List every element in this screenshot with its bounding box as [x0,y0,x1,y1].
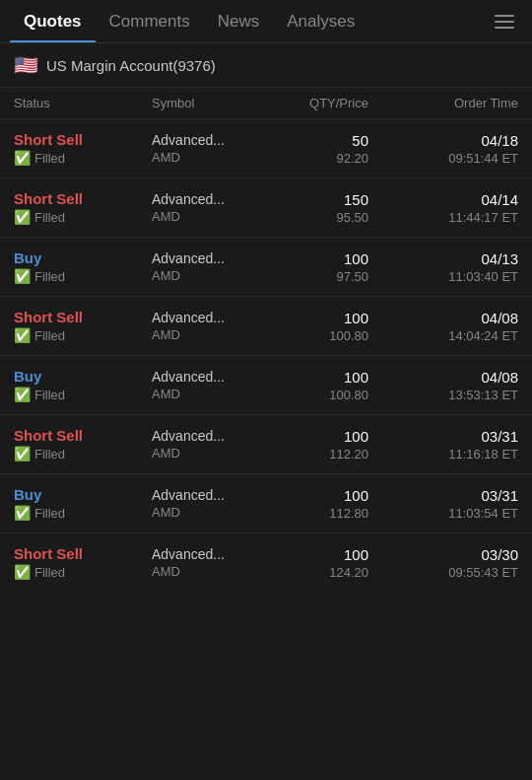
symbol-name: Advanced... [152,369,270,385]
table-row[interactable]: Short Sell ✅ Filled Advanced... AMD 150 … [0,178,532,238]
table-row[interactable]: Buy ✅ Filled Advanced... AMD 100 97.50 0… [0,238,532,297]
hamburger-line-2 [495,21,514,23]
status-filled: ✅ Filled [14,446,152,461]
time-cell: 03/31 11:16:18 ET [368,428,518,461]
symbol-ticker: AMD [152,209,270,224]
qty-value: 100 [344,310,368,326]
date-value: 04/18 [481,132,518,149]
filled-label: Filled [34,388,65,402]
account-name: US Margin Account(9376) [46,57,216,74]
status-filled: ✅ Filled [14,387,152,402]
time-value: 14:04:24 ET [448,328,518,343]
qty-cell: 100 112.20 [270,428,368,461]
table-row[interactable]: Short Sell ✅ Filled Advanced... AMD 100 … [0,297,532,356]
qty-cell: 100 97.50 [270,250,368,284]
header-qty-price: QTY/Price [270,96,368,110]
check-icon: ✅ [14,209,31,225]
price-value: 112.20 [329,447,368,461]
price-value: 124.20 [329,565,368,580]
status-type: Short Sell [14,131,152,148]
qty-value: 100 [344,546,368,563]
symbol-name: Advanced... [152,132,270,148]
header-order-time: Order Time [368,96,518,110]
status-filled: ✅ Filled [14,150,152,166]
symbol-cell: Advanced... AMD [152,250,270,283]
status-type: Short Sell [14,545,152,562]
qty-value: 100 [344,487,368,504]
flag-icon: 🇺🇸 [14,53,38,77]
price-value: 95.50 [336,210,368,225]
status-type: Short Sell [14,427,152,444]
status-cell: Short Sell ✅ Filled [14,309,152,343]
hamburger-menu[interactable] [487,7,522,36]
symbol-ticker: AMD [152,327,270,342]
symbol-cell: Advanced... AMD [152,191,270,224]
symbol-ticker: AMD [152,268,270,283]
date-value: 03/31 [481,487,518,504]
symbol-name: Advanced... [152,310,270,325]
tab-analyses[interactable]: Analyses [273,2,368,41]
date-value: 04/08 [481,310,518,326]
qty-cell: 50 92.20 [270,132,368,166]
symbol-name: Advanced... [152,487,270,503]
table-row[interactable]: Buy ✅ Filled Advanced... AMD 100 112.80 … [0,474,532,533]
qty-value: 150 [344,191,368,208]
time-value: 11:03:54 ET [448,506,518,521]
check-icon: ✅ [14,505,31,521]
tab-news[interactable]: News [204,2,274,41]
symbol-ticker: AMD [152,150,270,165]
table-row[interactable]: Short Sell ✅ Filled Advanced... AMD 100 … [0,533,532,592]
symbol-name: Advanced... [152,191,270,207]
symbol-cell: Advanced... AMD [152,487,270,520]
symbol-cell: Advanced... AMD [152,428,270,461]
hamburger-line-3 [495,27,514,29]
check-icon: ✅ [14,387,31,402]
table-row[interactable]: Short Sell ✅ Filled Advanced... AMD 50 9… [0,119,532,178]
date-value: 04/08 [481,369,518,386]
symbol-name: Advanced... [152,428,270,444]
header-status: Status [14,96,152,110]
tab-quotes[interactable]: Quotes [10,2,96,41]
status-filled: ✅ Filled [14,268,152,284]
qty-value: 100 [344,250,368,267]
order-table: Short Sell ✅ Filled Advanced... AMD 50 9… [0,119,532,592]
status-type: Short Sell [14,190,152,207]
symbol-cell: Advanced... AMD [152,310,270,342]
date-value: 04/14 [481,191,518,208]
filled-label: Filled [34,328,65,343]
status-filled: ✅ Filled [14,209,152,225]
symbol-ticker: AMD [152,446,270,461]
time-value: 13:53:13 ET [448,388,518,402]
table-header: Status Symbol QTY/Price Order Time [0,88,532,119]
status-type: Short Sell [14,309,152,325]
symbol-ticker: AMD [152,505,270,520]
time-cell: 04/14 11:44:17 ET [368,191,518,225]
time-value: 11:44:17 ET [448,210,518,225]
symbol-cell: Advanced... AMD [152,132,270,165]
filled-label: Filled [34,447,65,461]
table-row[interactable]: Buy ✅ Filled Advanced... AMD 100 100.80 … [0,356,532,415]
qty-cell: 150 95.50 [270,191,368,225]
tab-comments[interactable]: Comments [96,2,204,41]
status-cell: Short Sell ✅ Filled [14,131,152,166]
time-cell: 04/13 11:03:40 ET [368,250,518,284]
qty-cell: 100 112.80 [270,487,368,521]
symbol-cell: Advanced... AMD [152,369,270,401]
symbol-ticker: AMD [152,387,270,401]
qty-cell: 100 100.80 [270,310,368,343]
qty-cell: 100 100.80 [270,369,368,402]
status-type: Buy [14,368,152,385]
status-filled: ✅ Filled [14,564,152,580]
time-value: 09:55:43 ET [448,565,518,580]
table-row[interactable]: Short Sell ✅ Filled Advanced... AMD 100 … [0,415,532,474]
filled-label: Filled [34,565,65,580]
status-cell: Buy ✅ Filled [14,368,152,402]
symbol-name: Advanced... [152,250,270,266]
filled-label: Filled [34,269,65,284]
qty-value: 50 [352,132,368,149]
price-value: 97.50 [336,269,368,284]
time-cell: 04/18 09:51:44 ET [368,132,518,166]
status-type: Buy [14,486,152,503]
time-cell: 03/30 09:55:43 ET [368,546,518,580]
time-value: 11:03:40 ET [448,269,518,284]
